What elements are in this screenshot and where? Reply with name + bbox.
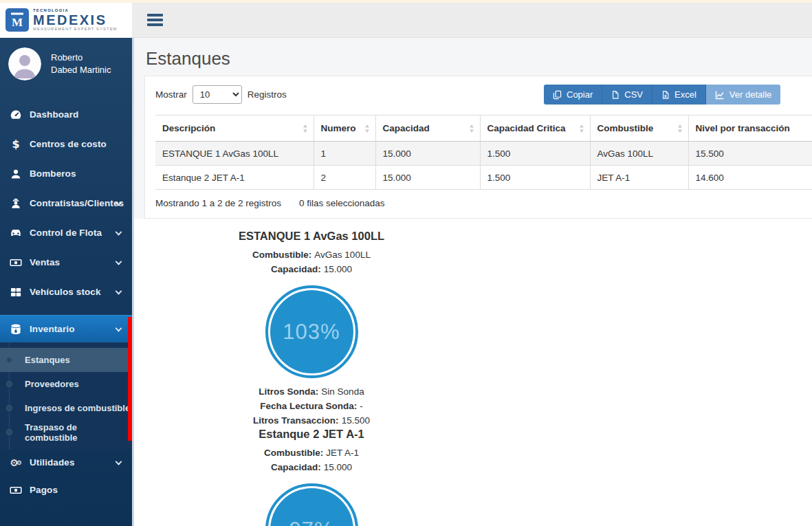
table-footer: Mostrando 1 a 2 de 2 registros 0 filas s… [155, 198, 812, 208]
tank-combustible-line: Combustible:AvGas 100LL [144, 248, 479, 262]
fuel-tank-icon [9, 323, 23, 336]
sidebar-item-bomberos[interactable]: Bomberos [0, 159, 132, 188]
chevron-down-icon [116, 287, 122, 294]
cell-nivel[interactable]: 14.600 [688, 166, 812, 190]
estanques-table: Descripción Numero Capacidad Capacidad C… [155, 115, 812, 190]
cell-descripcion[interactable]: ESTANQUE 1 AvGas 100LL [155, 142, 314, 166]
gears-icon: ⚙⚙ [9, 457, 23, 469]
sidebar-item-label: Vehículos stock [30, 287, 101, 297]
tank-title: Estanque 2 JET A-1 [144, 428, 479, 441]
estanques-panel: Mostrar 10 Registros Copiar CSV Excel [144, 76, 812, 219]
table-row[interactable]: ESTANQUE 1 AvGas 100LL 1 15.000 1.500 Av… [155, 142, 812, 166]
user-panel[interactable]: Roberto Dabed Martinic [0, 38, 132, 90]
table-header-row: Descripción Numero Capacidad Capacidad C… [155, 116, 812, 142]
copiar-button[interactable]: Copiar [544, 85, 602, 105]
sidebar-subitem-proveedores[interactable]: Proveedores [0, 372, 132, 396]
cell-capacidad-critica[interactable]: 1.500 [480, 142, 590, 166]
cell-nivel[interactable]: 15.500 [688, 142, 812, 166]
sidebar-item-inventario[interactable]: Inventario [0, 315, 132, 342]
tank-title: ESTANQUE 1 AvGas 100LL [144, 230, 479, 243]
bullet-icon [6, 357, 12, 363]
column-header-combustible[interactable]: Combustible [590, 116, 688, 142]
sidebar-item-label: Dashboard [30, 109, 78, 120]
sidebar-item-label: Utilidades [30, 457, 75, 468]
tank-percent: 97% [289, 518, 333, 526]
column-header-descripcion[interactable]: Descripción [155, 116, 314, 142]
grid-icon [9, 286, 23, 298]
hamburger-menu-icon[interactable] [147, 12, 163, 29]
file-excel-icon [661, 90, 670, 100]
car-icon [9, 227, 23, 239]
cell-combustible[interactable]: JET A-1 [590, 166, 688, 190]
worker-icon [9, 197, 23, 210]
tank-capacidad-line: Capacidad:15.000 [144, 460, 479, 474]
brand-logo[interactable]: M TECNOLOGIA MEDEXIS MEASUREMENT EXPERT … [0, 0, 132, 38]
sidebar-item-pagos[interactable]: Pagos [0, 475, 132, 505]
export-button-group: Copiar CSV Excel Ver detalle [544, 85, 780, 105]
chevron-down-icon [116, 258, 122, 265]
tank-percent: 103% [283, 320, 340, 344]
csv-button[interactable]: CSV [602, 85, 652, 105]
sort-icon[interactable] [469, 124, 474, 133]
sidebar-item-label: Contratistas/Clientes [30, 198, 124, 208]
sidebar-item-vehiculos-stock[interactable]: Vehículos stock [0, 277, 132, 307]
sidebar-item-label: Centros de costo [30, 139, 107, 149]
bullet-icon [6, 381, 12, 387]
sidebar-item-utilidades[interactable]: ⚙⚙ Utilidades [0, 450, 132, 475]
sidebar: M TECNOLOGIA MEDEXIS MEASUREMENT EXPERT … [0, 0, 132, 526]
person-icon [9, 168, 23, 180]
tank-capacidad-line: Capacidad:15.000 [144, 262, 479, 276]
cell-numero[interactable]: 2 [314, 166, 375, 190]
column-header-capacidad-critica[interactable]: Capacidad Critica [480, 116, 590, 142]
brand-tagline: MEASUREMENT EXPERT SYSTEM [33, 28, 118, 32]
column-header-numero[interactable]: Numero [314, 116, 375, 142]
tank-level-gauge: 97% [265, 483, 358, 526]
sort-icon[interactable] [677, 124, 683, 133]
active-section-red-indicator [128, 317, 132, 441]
cell-combustible[interactable]: AvGas 100LL [590, 142, 688, 166]
column-header-nivel-por-transaccion[interactable]: Nivel por transacción [688, 116, 812, 142]
user-silhouette-icon [8, 47, 41, 80]
cell-numero[interactable]: 1 [314, 142, 375, 166]
tank-card-estanque-2: Estanque 2 JET A-1 Combustible:JET A-1 C… [144, 428, 479, 526]
cell-capacidad[interactable]: 15.000 [375, 166, 480, 190]
sidebar-item-label: Inventario [30, 324, 75, 334]
litros-transaccion-line: Litros Transaccion:15.500 [144, 413, 479, 428]
sort-icon[interactable] [364, 124, 370, 133]
browser-top-strip [0, 0, 812, 3]
mostrar-label: Mostrar [155, 89, 187, 100]
sidebar-subitem-estanques[interactable]: Estanques [0, 348, 132, 372]
column-header-capacidad[interactable]: Capacidad [375, 116, 480, 142]
chevron-down-icon [116, 228, 122, 235]
bullet-icon [6, 429, 12, 435]
table-row[interactable]: Estanque 2 JET A-1 2 15.000 1.500 JET A-… [155, 166, 812, 190]
banknote-icon [9, 256, 23, 269]
table-controls: Mostrar 10 Registros Copiar CSV Excel [155, 85, 812, 104]
user-name: Roberto Dabed Martinic [51, 52, 111, 76]
tank-combustible-line: Combustible:JET A-1 [144, 446, 479, 460]
tank-cards-section: ESTANQUE 1 AvGas 100LL Combustible:AvGas… [132, 219, 812, 526]
cell-descripcion[interactable]: Estanque 2 JET A-1 [155, 166, 314, 190]
sidebar-item-label: Ventas [30, 257, 60, 267]
sidebar-item-ventas[interactable]: Ventas [0, 248, 132, 277]
sort-icon[interactable] [579, 124, 584, 133]
ver-detalle-button[interactable]: Ver detalle [706, 85, 780, 105]
topbar [132, 3, 812, 38]
chevron-down-icon [116, 325, 122, 331]
sidebar-item-dashboard[interactable]: Dashboard [0, 100, 132, 129]
banknote-icon [9, 484, 23, 496]
cell-capacidad-critica[interactable]: 1.500 [480, 166, 590, 190]
sidebar-subitem-traspaso-de-combustible[interactable]: Traspaso de combustible [0, 420, 132, 444]
excel-button[interactable]: Excel [652, 85, 706, 105]
cell-capacidad[interactable]: 15.000 [375, 142, 480, 166]
page-size-select[interactable]: 10 [193, 85, 242, 104]
sidebar-item-contratistas-clientes[interactable]: Contratistas/Clientes [0, 188, 132, 218]
sidebar-item-control-de-flota[interactable]: Control de Flota [0, 218, 132, 248]
bullet-icon [6, 405, 12, 411]
brand-tecnologia: TECNOLOGIA [33, 8, 118, 12]
sidebar-subitem-ingresos-de-combustible[interactable]: Ingresos de combustible [0, 396, 132, 420]
sidebar-item-centros-de-costo[interactable]: $ Centros de costo [0, 129, 132, 159]
fecha-lectura-line: Fecha Lectura Sonda:- [144, 399, 479, 413]
sidebar-nav: Dashboard $ Centros de costo Bomberos Co… [0, 90, 132, 505]
sort-icon[interactable] [303, 124, 308, 133]
